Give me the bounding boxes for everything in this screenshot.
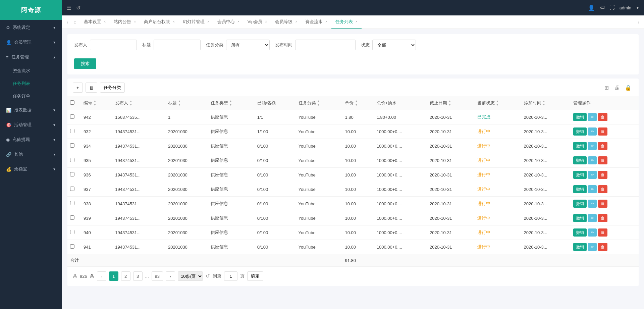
row-checkbox[interactable] bbox=[70, 230, 74, 234]
tab-member-center[interactable]: 会员中心 × bbox=[213, 15, 244, 29]
delete-button[interactable]: 🗑 bbox=[86, 83, 97, 93]
revoke-button[interactable]: 撤销 bbox=[573, 156, 587, 164]
tab-notice[interactable]: 站内公告 × bbox=[110, 15, 140, 29]
lock-icon[interactable]: 🔒 bbox=[623, 84, 633, 92]
row-checkbox[interactable] bbox=[70, 158, 74, 162]
tab-close-icon[interactable]: × bbox=[207, 20, 209, 23]
sidebar-item-reports[interactable]: 📊 报表数据 ▼ bbox=[0, 103, 62, 117]
revoke-button[interactable]: 撤销 bbox=[573, 171, 587, 179]
tabs-prev-btn[interactable]: ‹ bbox=[65, 19, 70, 25]
revoke-button[interactable]: 撤销 bbox=[573, 185, 587, 193]
tab-close-icon[interactable]: × bbox=[173, 20, 175, 23]
sidebar-item-members[interactable]: 👤 会员管理 ▼ bbox=[0, 35, 62, 50]
next-page-btn[interactable]: › bbox=[166, 271, 175, 281]
tabs-next-btn[interactable]: › bbox=[636, 19, 641, 25]
revoke-button[interactable]: 撤销 bbox=[573, 228, 587, 237]
edit-button[interactable]: ✏ bbox=[588, 142, 597, 150]
admin-label[interactable]: admin bbox=[620, 5, 631, 10]
delete-row-button[interactable]: 🗑 bbox=[598, 156, 607, 164]
tab-close-icon[interactable]: × bbox=[356, 20, 358, 23]
revoke-button[interactable]: 撤销 bbox=[573, 142, 587, 150]
tab-close-icon[interactable]: × bbox=[134, 20, 136, 23]
add-button[interactable]: + bbox=[73, 83, 83, 93]
edit-button[interactable]: ✏ bbox=[588, 113, 597, 121]
row-checkbox[interactable] bbox=[70, 215, 74, 220]
edit-button[interactable]: ✏ bbox=[588, 243, 597, 251]
tab-slideshow[interactable]: 幻灯片管理 × bbox=[179, 15, 213, 29]
sidebar-sub-task-orders[interactable]: 任务订单 bbox=[0, 90, 62, 103]
category-select[interactable]: 所有 供应信息 其他 bbox=[226, 40, 270, 50]
delete-row-button[interactable]: 🗑 bbox=[598, 127, 607, 136]
goto-page-input[interactable] bbox=[224, 271, 237, 281]
row-checkbox[interactable] bbox=[70, 201, 74, 205]
delete-row-button[interactable]: 🗑 bbox=[598, 214, 607, 222]
tag-icon[interactable]: 🏷 bbox=[599, 5, 605, 11]
prev-page-btn[interactable]: ‹ bbox=[97, 271, 106, 281]
pagination-refresh-icon[interactable]: ↺ bbox=[206, 273, 210, 279]
sidebar-item-recharge[interactable]: ◉ 充值提现 ▼ bbox=[0, 132, 62, 147]
print-icon[interactable]: 🖨 bbox=[612, 84, 621, 91]
edit-button[interactable]: ✏ bbox=[588, 185, 597, 193]
category-button[interactable]: 任务分类 bbox=[100, 83, 125, 93]
tab-close-icon[interactable]: × bbox=[325, 20, 327, 23]
edit-button[interactable]: ✏ bbox=[588, 127, 597, 136]
sidebar-sub-fund[interactable]: 资金流水 bbox=[0, 64, 62, 77]
edit-button[interactable]: ✏ bbox=[588, 200, 597, 208]
tab-home-btn[interactable]: ⌂ bbox=[70, 19, 80, 24]
revoke-button[interactable]: 撤销 bbox=[573, 214, 587, 222]
tab-close-icon[interactable]: × bbox=[295, 20, 297, 23]
tab-fund-flow[interactable]: 资金流水 × bbox=[301, 15, 331, 29]
edit-button[interactable]: ✏ bbox=[588, 228, 597, 237]
sidebar-item-system[interactable]: ⚙ 系统设定 ▼ bbox=[0, 20, 62, 35]
row-checkbox[interactable] bbox=[70, 143, 74, 148]
edit-button[interactable]: ✏ bbox=[588, 214, 597, 222]
page-93-btn[interactable]: 93 bbox=[152, 271, 163, 281]
sidebar-item-other[interactable]: 🔗 其他 ▼ bbox=[0, 147, 62, 162]
delete-row-button[interactable]: 🗑 bbox=[598, 185, 607, 193]
row-checkbox[interactable] bbox=[70, 172, 74, 176]
tab-merchant[interactable]: 商户后台权限 × bbox=[140, 15, 179, 29]
page-size-select[interactable]: 10条/页 20条/页 50条/页 bbox=[178, 271, 203, 281]
goto-confirm-btn[interactable]: 确定 bbox=[247, 271, 263, 281]
avatar-icon[interactable]: 👤 bbox=[588, 5, 595, 11]
view-grid-icon[interactable]: ⊞ bbox=[603, 84, 610, 92]
edit-button[interactable]: ✏ bbox=[588, 156, 597, 164]
delete-row-button[interactable]: 🗑 bbox=[598, 200, 607, 208]
page-1-btn[interactable]: 1 bbox=[109, 271, 118, 281]
select-all-checkbox[interactable] bbox=[70, 100, 74, 105]
delete-row-button[interactable]: 🗑 bbox=[598, 171, 607, 179]
delete-row-button[interactable]: 🗑 bbox=[598, 243, 607, 251]
revoke-button[interactable]: 撤销 bbox=[573, 243, 587, 251]
tab-basic[interactable]: 基本设置 × bbox=[80, 15, 110, 29]
revoke-button[interactable]: 撤销 bbox=[573, 200, 587, 208]
title-input[interactable] bbox=[154, 40, 201, 50]
tab-close-icon[interactable]: × bbox=[237, 20, 239, 23]
tab-vip[interactable]: Vip会员 × bbox=[244, 15, 271, 29]
sidebar-sub-task-list[interactable]: 任务列表 bbox=[0, 77, 62, 90]
delete-row-button[interactable]: 🗑 bbox=[598, 228, 607, 237]
sidebar-item-tasks[interactable]: ≡ 任务管理 ▲ bbox=[0, 50, 62, 64]
edit-button[interactable]: ✏ bbox=[588, 171, 597, 179]
tab-close-icon[interactable]: × bbox=[265, 20, 267, 23]
page-2-btn[interactable]: 2 bbox=[121, 271, 130, 281]
row-checkbox[interactable] bbox=[70, 244, 74, 249]
menu-toggle-icon[interactable]: ☰ bbox=[67, 5, 71, 11]
row-checkbox[interactable] bbox=[70, 187, 74, 191]
delete-row-button[interactable]: 🗑 bbox=[598, 142, 607, 150]
page-3-btn[interactable]: 3 bbox=[133, 271, 143, 281]
refresh-page-icon[interactable]: ↺ bbox=[76, 5, 80, 11]
status-select[interactable]: 全部 进行中 已完成 已撤销 bbox=[372, 40, 416, 50]
row-checkbox[interactable] bbox=[70, 114, 74, 119]
row-checkbox[interactable] bbox=[70, 129, 74, 133]
publisher-input[interactable] bbox=[90, 40, 137, 50]
tab-member-level[interactable]: 会员等级 × bbox=[271, 15, 301, 29]
delete-row-button[interactable]: 🗑 bbox=[598, 113, 607, 121]
sidebar-item-activities[interactable]: 🎯 活动管理 ▼ bbox=[0, 117, 62, 132]
fullscreen-icon[interactable]: ⛶ bbox=[609, 5, 615, 11]
time-input[interactable] bbox=[295, 40, 356, 50]
revoke-button[interactable]: 撤销 bbox=[573, 127, 587, 136]
tab-close-icon[interactable]: × bbox=[104, 20, 106, 23]
revoke-button[interactable]: 撤销 bbox=[573, 113, 587, 121]
search-button[interactable]: 搜索 bbox=[74, 58, 96, 69]
tab-task-list[interactable]: 任务列表 × bbox=[331, 15, 362, 29]
